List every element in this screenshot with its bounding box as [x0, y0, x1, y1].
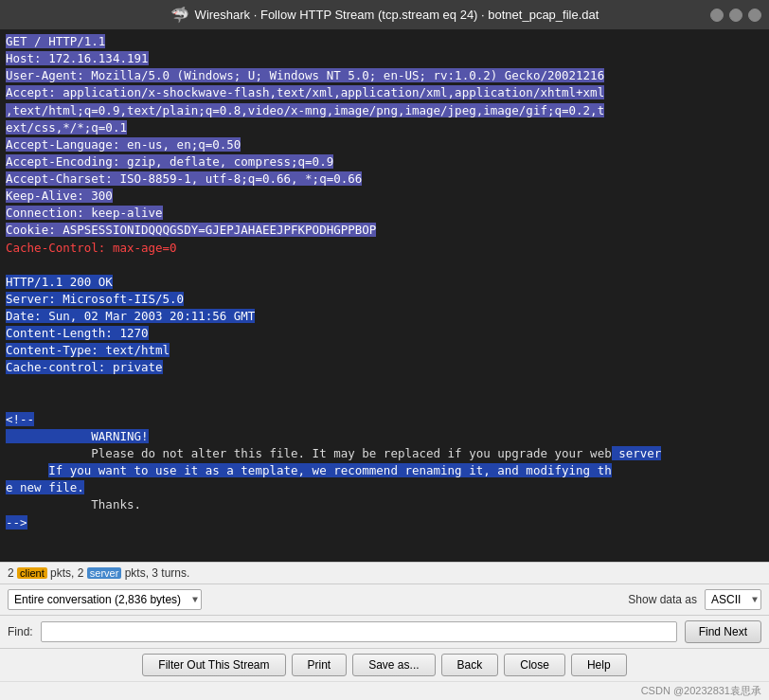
- window-title: Wireshark · Follow HTTP Stream (tcp.stre…: [195, 8, 599, 22]
- watermark: CSDN @20232831袁思承: [0, 681, 769, 700]
- stats-prefix: 2: [8, 566, 14, 580]
- wireshark-icon: 🦈: [170, 6, 189, 24]
- stats-suffix: pkts, 3 turns.: [125, 566, 190, 580]
- back-button[interactable]: Back: [441, 654, 499, 676]
- find-next-button[interactable]: Find Next: [685, 620, 761, 643]
- filter-out-button[interactable]: Filter Out This Stream: [142, 654, 285, 676]
- stats-bar: 2 client pkts, 2 server pkts, 3 turns.: [0, 562, 769, 583]
- stream-content[interactable]: GET / HTTP/1.1 Host: 172.16.134.191 User…: [0, 29, 769, 562]
- save-as-button[interactable]: Save as...: [352, 654, 435, 676]
- client-badge: client: [17, 567, 47, 579]
- find-label: Find:: [8, 625, 33, 638]
- ascii-dropdown-wrapper: ASCII ▼: [705, 589, 761, 610]
- show-data-label: Show data as: [628, 593, 697, 606]
- ascii-dropdown[interactable]: ASCII: [705, 589, 761, 610]
- conversation-dropdown-wrapper: Entire conversation (2,836 bytes) ▼: [8, 589, 202, 610]
- help-button[interactable]: Help: [571, 654, 627, 676]
- minimize-button[interactable]: [710, 9, 724, 22]
- print-button[interactable]: Print: [292, 654, 348, 676]
- find-input[interactable]: [41, 621, 677, 642]
- main-window: 🦈 Wireshark · Follow HTTP Stream (tcp.st…: [0, 0, 769, 700]
- conversation-dropdown[interactable]: Entire conversation (2,836 bytes): [8, 589, 202, 610]
- watermark-text: CSDN @20232831袁思承: [641, 685, 761, 696]
- bottom-buttons: Filter Out This Stream Print Save as... …: [0, 648, 769, 681]
- stats-middle: pkts, 2: [50, 566, 83, 580]
- title-bar-buttons: [710, 9, 761, 22]
- http-stream-text: GET / HTTP/1.1 Host: 172.16.134.191 User…: [6, 33, 763, 531]
- server-badge: server: [87, 567, 122, 579]
- maximize-button[interactable]: [729, 9, 742, 22]
- controls-row: Entire conversation (2,836 bytes) ▼ Show…: [0, 583, 769, 615]
- find-row: Find: Find Next: [0, 615, 769, 648]
- close-dialog-button[interactable]: Close: [504, 654, 565, 676]
- title-bar: 🦈 Wireshark · Follow HTTP Stream (tcp.st…: [0, 0, 769, 29]
- close-button[interactable]: [748, 9, 761, 22]
